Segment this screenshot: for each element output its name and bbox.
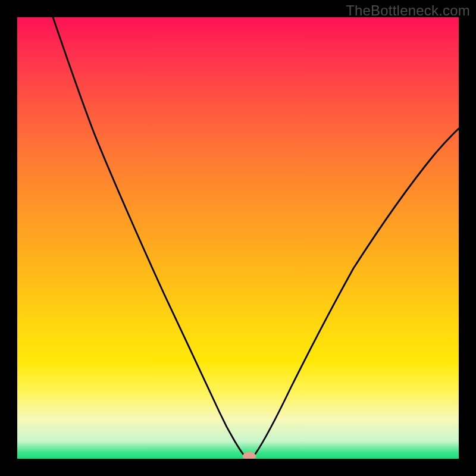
watermark-text: TheBottleneck.com	[346, 2, 470, 19]
chart-frame: TheBottleneck.com	[0, 0, 476, 476]
chart-svg	[17, 17, 459, 459]
chart-plot-area	[17, 17, 459, 459]
optimum-marker	[243, 452, 256, 459]
bottleneck-curve	[53, 17, 459, 459]
